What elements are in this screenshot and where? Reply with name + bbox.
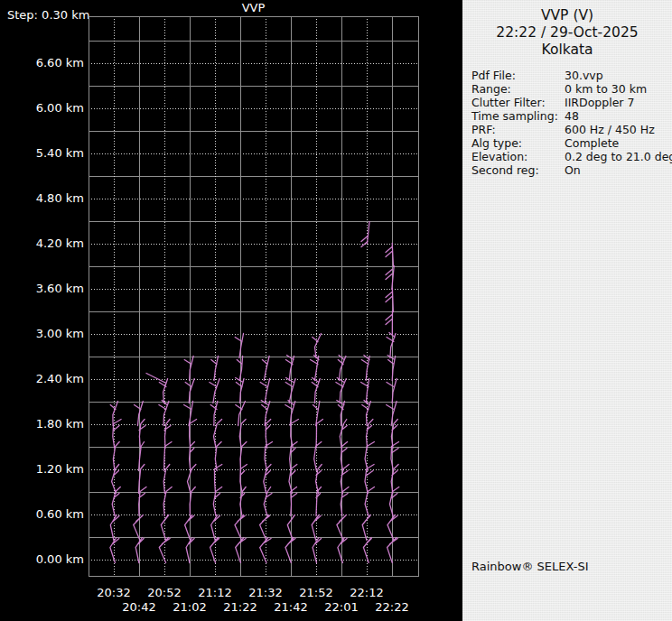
y-tick-label: 0.00 km bbox=[5, 552, 84, 566]
panel-title: VVP (V) 22:22 / 29-Oct-2025 Kolkata bbox=[462, 7, 672, 59]
wind-barb bbox=[214, 420, 222, 449]
info-value: On bbox=[565, 163, 672, 177]
wind-barb bbox=[264, 487, 272, 516]
y-tick-label: 3.00 km bbox=[5, 327, 84, 340]
wind-barb bbox=[260, 379, 269, 403]
wind-barb bbox=[184, 357, 193, 381]
x-tick-label: 21:42 bbox=[267, 600, 314, 614]
plot-region: Step: 0.30 km VVP 6.60 km6.00 km5.40 km4… bbox=[0, 0, 462, 621]
y-tick-label: 0.60 km bbox=[5, 507, 84, 521]
vvp-window: Step: 0.30 km VVP 6.60 km6.00 km5.40 km4… bbox=[0, 0, 672, 621]
wind-barb bbox=[161, 515, 169, 541]
wind-barb bbox=[390, 487, 399, 516]
y-tick-label: 5.40 km bbox=[5, 146, 84, 160]
info-panel: VVP (V) 22:22 / 29-Oct-2025 Kolkata Pdf … bbox=[462, 0, 672, 621]
y-tick-label: 6.60 km bbox=[5, 56, 84, 70]
wind-barb bbox=[386, 311, 393, 335]
wind-barb bbox=[237, 357, 242, 381]
wind-barb bbox=[188, 465, 196, 494]
wind-barb bbox=[336, 378, 346, 403]
wind-barb bbox=[236, 378, 244, 403]
y-tick-label: 4.80 km bbox=[5, 191, 84, 205]
y-tick-label: 3.60 km bbox=[5, 282, 84, 295]
info-value: Complete bbox=[565, 136, 672, 150]
wind-barb bbox=[210, 379, 219, 403]
wind-barb bbox=[110, 515, 119, 541]
wind-barb bbox=[210, 402, 218, 426]
wind-barb bbox=[316, 487, 322, 516]
info-label: Time sampling: bbox=[471, 109, 565, 123]
x-tick-label: 21:32 bbox=[242, 586, 289, 599]
wind-barb bbox=[361, 222, 369, 247]
wind-barb bbox=[311, 356, 319, 381]
x-tick-label: 21:52 bbox=[293, 586, 340, 599]
y-tick-label: 6.00 km bbox=[5, 101, 84, 115]
wind-barb bbox=[365, 487, 374, 516]
wind-barb bbox=[313, 334, 322, 358]
wind-barb bbox=[210, 538, 219, 563]
x-tick-label: 22:22 bbox=[369, 600, 415, 614]
wind-barb bbox=[285, 538, 295, 563]
panel-title-product: VVP (V) bbox=[462, 7, 672, 24]
info-label: Second reg: bbox=[471, 163, 565, 177]
info-value: 30.vvp bbox=[565, 69, 672, 82]
wind-barb bbox=[361, 379, 369, 403]
wind-barb bbox=[235, 334, 243, 358]
wind-barb bbox=[211, 357, 219, 381]
wind-barb bbox=[134, 515, 144, 541]
wind-barb bbox=[312, 378, 320, 403]
info-label: Pdf File: bbox=[471, 69, 565, 82]
info-value: IIRDoppler 7 bbox=[565, 96, 672, 109]
wind-barb-chart bbox=[0, 0, 462, 621]
x-tick-label: 21:02 bbox=[166, 600, 213, 614]
info-value: 600 Hz / 450 Hz bbox=[565, 123, 672, 136]
panel-title-station: Kolkata bbox=[462, 42, 672, 59]
info-label: Clutter Filter: bbox=[471, 96, 565, 109]
wind-barb bbox=[361, 356, 369, 381]
brand-footer: Rainbow® SELEX-SI bbox=[471, 560, 589, 573]
wind-barb bbox=[260, 515, 270, 541]
wind-barb bbox=[365, 465, 374, 494]
x-tick-label: 20:42 bbox=[116, 600, 163, 614]
wind-barb bbox=[387, 356, 396, 381]
info-label: PRF: bbox=[471, 123, 565, 136]
info-value: 48 bbox=[565, 109, 672, 123]
wind-barb bbox=[387, 379, 397, 403]
x-tick-label: 20:32 bbox=[90, 586, 137, 599]
panel-title-datetime: 22:22 / 29-Oct-2025 bbox=[462, 24, 672, 42]
x-tick-label: 21:22 bbox=[217, 600, 264, 614]
wind-barb bbox=[260, 538, 271, 563]
x-tick-label: 22:01 bbox=[318, 600, 365, 614]
info-value: 0 km to 30 km bbox=[565, 82, 672, 96]
x-tick-label: 22:12 bbox=[343, 586, 390, 599]
wind-barb bbox=[387, 333, 396, 358]
y-tick-label: 1.20 km bbox=[5, 462, 84, 476]
info-list: Pdf File:30.vvp Range:0 km to 30 km Clut… bbox=[471, 69, 672, 177]
info-label: Range: bbox=[471, 82, 565, 96]
wind-barb bbox=[235, 515, 245, 541]
y-tick-label: 1.80 km bbox=[5, 417, 84, 431]
info-label: Elevation: bbox=[471, 150, 565, 163]
y-tick-label: 2.40 km bbox=[5, 372, 84, 385]
wind-barb bbox=[112, 487, 120, 516]
x-tick-label: 21:12 bbox=[191, 586, 238, 599]
wind-barb bbox=[285, 356, 294, 381]
info-value: 0.2 deg to 21.0 deg bbox=[565, 150, 672, 163]
wind-barb bbox=[285, 378, 295, 403]
wind-barb bbox=[185, 515, 194, 541]
x-tick-label: 20:52 bbox=[141, 586, 188, 599]
wind-barb bbox=[337, 401, 345, 426]
info-label: Alg type: bbox=[471, 136, 565, 150]
wind-barb bbox=[362, 515, 370, 541]
y-tick-label: 4.20 km bbox=[5, 236, 84, 250]
wind-barb bbox=[362, 401, 371, 426]
